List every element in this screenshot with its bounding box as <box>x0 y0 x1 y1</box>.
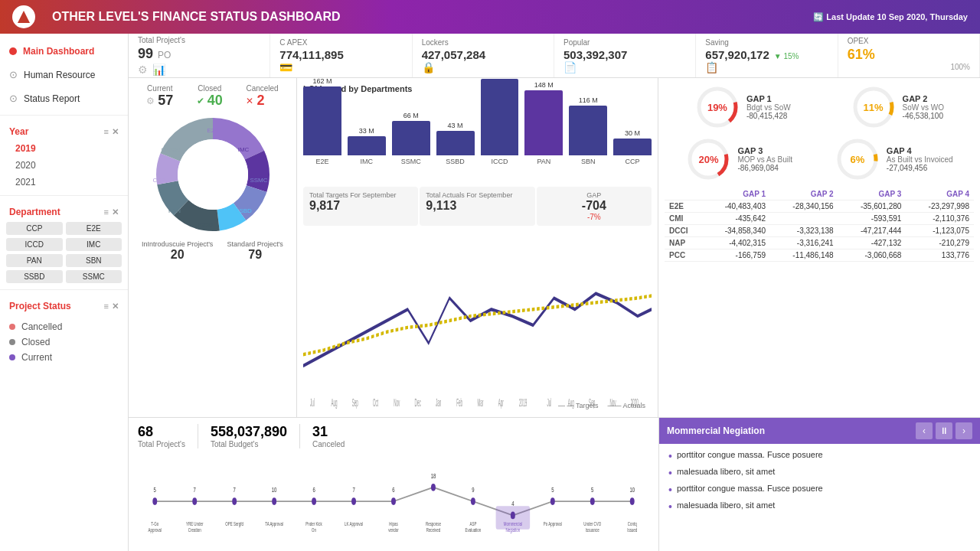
ccc-closed: Closed ✔ 40 <box>197 84 223 109</box>
targets-legend: — — Targets <box>558 402 598 409</box>
total-projects-sub: PO <box>158 50 171 60</box>
svg-text:Hipas: Hipas <box>389 521 397 527</box>
mommercial-body: • porttitor congue massa. Fusce posuere … <box>659 444 980 523</box>
bottom-stats-row: 68 Total Project's 558,037,890 Total Bud… <box>138 424 649 448</box>
mommercial-prev[interactable]: ‹ <box>916 422 933 439</box>
sidebar-item-main-dashboard[interactable]: Main Dashboard <box>0 40 128 63</box>
page-title: OTHER LEVEL'S FINANCE STATUS DASHBOARD <box>52 10 341 24</box>
target-value: 9,817 <box>309 199 412 213</box>
svg-text:TA Approval: TA Approval <box>265 521 283 527</box>
svg-text:Sep: Sep <box>352 396 358 409</box>
svg-text:Closed: Closed <box>161 146 180 153</box>
dept-ssbd[interactable]: SSBD <box>6 270 63 283</box>
svg-text:5: 5 <box>551 485 554 494</box>
saving-icon: 📋 <box>705 61 828 73</box>
dept-pan[interactable]: PAN <box>6 254 63 267</box>
table-row: NAP -4,402,315 -3,316,241 -427,132 -210,… <box>665 237 974 249</box>
ps-cancelled[interactable]: Cancelled <box>9 319 119 334</box>
svg-text:T-Go: T-Go <box>151 521 158 527</box>
year-list-icon[interactable]: ≡ <box>104 127 109 137</box>
gap1-pct: 19% <box>707 102 727 113</box>
svg-text:PAN: PAN <box>168 207 181 214</box>
ps-list-icon[interactable]: ≡ <box>104 302 109 311</box>
gap-label: GAP <box>543 191 645 199</box>
project-status-label: Project Status <box>9 301 71 311</box>
svg-text:18: 18 <box>431 471 436 480</box>
stat-lockers: Lockers 427,057,284 🔒 <box>413 34 554 77</box>
popular-value: 503,392,307 <box>564 48 686 61</box>
ps-closed[interactable]: Closed <box>9 334 119 350</box>
human-resource-icon: ⊙ <box>9 69 18 80</box>
gap2-pct: 11% <box>864 102 884 113</box>
dept-ssmc[interactable]: SSMC <box>66 270 122 283</box>
dept-list-icon[interactable]: ≡ <box>104 207 109 217</box>
stat-opex: OPEX 61% 100% <box>838 34 980 77</box>
mommercial-nav: ‹ ⏸ › <box>916 422 972 439</box>
saving-trend: ▼ 15% <box>774 52 799 60</box>
ps-current[interactable]: Current <box>9 350 119 365</box>
bullet-icon-1: • <box>668 450 672 462</box>
dept-iccd[interactable]: ICCD <box>6 238 63 251</box>
standard-value: 79 <box>227 248 283 262</box>
svg-text:ASP: ASP <box>469 521 476 527</box>
svg-text:CCP: CCP <box>152 177 165 184</box>
main-layout: Main Dashboard ⊙ Human Resource ⊙ Status… <box>0 34 980 551</box>
gap4-pct: 6% <box>850 154 864 165</box>
header: OTHER LEVEL'S FINANCE STATUS DASHBOARD 🔄… <box>0 0 980 34</box>
bottom-total-label: Total Project's <box>138 440 185 448</box>
dept-imc[interactable]: IMC <box>66 238 122 251</box>
year-filter-icon[interactable]: ✕ <box>112 127 119 137</box>
svg-text:Jan: Jan <box>436 396 441 409</box>
header-update: 🔄 Last Update 10 Sep 2020, Thursday <box>813 12 968 22</box>
active-dot <box>9 47 17 55</box>
table-row: E2E -40,483,403 -28,340,156 -35,601,280 … <box>665 201 974 213</box>
svg-text:Response: Response <box>426 521 441 527</box>
bottom-canceled: 31 Canceled <box>312 424 345 448</box>
svg-point-47 <box>391 497 396 505</box>
gap-table-g2-header: GAP 2 <box>770 188 838 201</box>
dept-sbn[interactable]: SBN <box>66 254 122 267</box>
sidebar-item-human-resource[interactable]: ⊙ Human Resource <box>0 63 128 86</box>
svg-text:Received: Received <box>426 527 441 533</box>
ps-filter-icon[interactable]: ✕ <box>112 302 119 311</box>
mommercial-pause[interactable]: ⏸ <box>936 422 952 439</box>
dept-e2e[interactable]: E2E <box>66 222 122 235</box>
capex-value: 774,111,895 <box>279 48 402 61</box>
svg-text:Issuance: Issuance <box>586 527 599 533</box>
svg-text:5: 5 <box>154 485 157 494</box>
capex-icon: 💳 <box>279 61 402 73</box>
svg-text:Nov: Nov <box>394 396 400 409</box>
saving-value: 657,920,172 <box>705 48 769 61</box>
mommercial-next[interactable]: › <box>956 422 972 439</box>
svg-text:Contq: Contq <box>628 521 637 527</box>
intro-projects: InIntroduscuie Project's 20 <box>142 240 213 262</box>
svg-point-51 <box>511 512 515 520</box>
gear-icon: ⚙ <box>138 64 148 76</box>
gap4-info: GAP 4 As Built vs Invoiced -27,049,456 <box>887 146 953 172</box>
svg-text:4: 4 <box>511 500 514 508</box>
closed-value: 40 <box>207 93 223 109</box>
table-row: PCC -166,759 -11,486,148 -3,060,668 133,… <box>665 249 974 262</box>
svg-point-45 <box>312 497 316 505</box>
year-2021[interactable]: 2021 <box>0 174 128 191</box>
year-2020[interactable]: 2020 <box>0 157 128 174</box>
year-2019[interactable]: 2019 <box>0 140 128 157</box>
svg-point-49 <box>471 497 475 505</box>
svg-point-48 <box>431 484 436 491</box>
stat-popular: Popular 503,392,307 📄 <box>554 34 696 77</box>
svg-text:Feb: Feb <box>456 396 462 409</box>
bullet-icon-2: • <box>668 467 672 479</box>
opex-value: 61% <box>848 47 970 63</box>
mommercial-bullet-2: • malesuada libero, sit amet <box>668 467 971 479</box>
sidebar-item-status-report[interactable]: ⊙ Status Report <box>0 86 128 110</box>
mommercial-bullet-4: • malesuada libero, sit amet <box>668 500 971 513</box>
mommercial-panel: Mommercial Negiation ‹ ⏸ › • porttitor c… <box>658 418 980 551</box>
gap-value: -704 <box>543 199 645 213</box>
dept-ccp[interactable]: CCP <box>6 222 63 235</box>
svg-text:Approval: Approval <box>149 527 162 533</box>
gap-pct: -7% <box>543 213 645 221</box>
dept-filter-icon[interactable]: ✕ <box>112 207 119 217</box>
svg-point-46 <box>351 497 356 505</box>
actual-value: 9,113 <box>426 199 528 213</box>
dept-row-3: PAN SBN <box>0 253 128 269</box>
